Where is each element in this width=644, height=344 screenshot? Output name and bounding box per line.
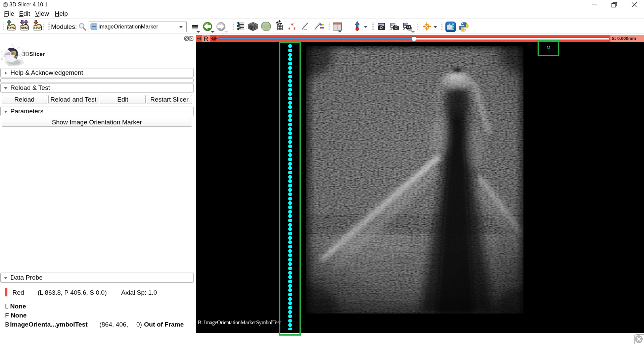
svg-text:SAVE: SAVE	[33, 26, 41, 30]
svg-text:DATA: DATA	[7, 26, 15, 30]
svg-text:DCM: DCM	[21, 26, 28, 30]
